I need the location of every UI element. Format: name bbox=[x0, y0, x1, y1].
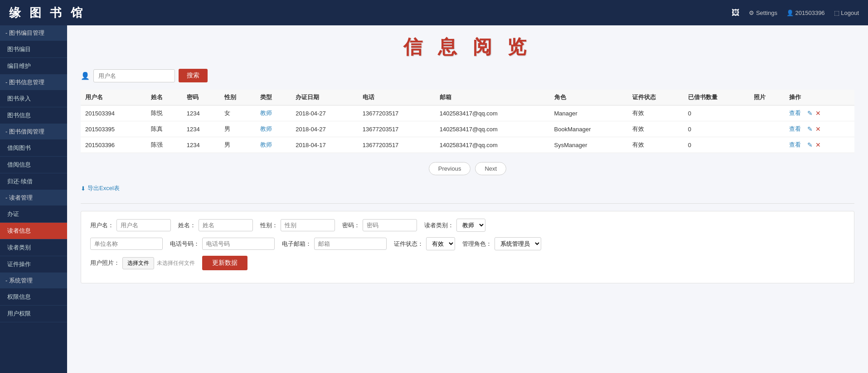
gender-input[interactable] bbox=[281, 219, 335, 231]
sidebar-item-reader-info[interactable]: 读者信息 bbox=[0, 223, 67, 239]
header: 缘 图 书 馆 🖼 ⚙ Settings 👤 201503396 ⬚ Logou… bbox=[0, 0, 868, 25]
logout-icon: ⬚ bbox=[834, 10, 839, 16]
cell-name: 陈强 bbox=[146, 137, 182, 153]
export-excel-link[interactable]: ⬇ 导出Excel表 bbox=[81, 184, 120, 192]
settings-link[interactable]: ⚙ Settings bbox=[749, 10, 777, 16]
reader-type-label: 读者类别： bbox=[424, 221, 454, 230]
sidebar-item-book-info[interactable]: 图书信息 bbox=[0, 107, 67, 124]
previous-button[interactable]: Previous bbox=[429, 162, 471, 175]
reader-type-select[interactable]: 教师 bbox=[456, 219, 485, 232]
users-table: 用户名 姓名 密码 性别 类型 办证日期 电话 邮箱 角色 证件状态 已借书数量… bbox=[81, 90, 854, 153]
cell-gender: 男 bbox=[220, 137, 256, 153]
phone-label: 电话号码： bbox=[170, 240, 199, 248]
manage-role-label: 管理角色： bbox=[462, 240, 492, 248]
sidebar-group-reader-title: - 读者管理 bbox=[0, 190, 67, 206]
sidebar-item-book-entry[interactable]: 图书录入 bbox=[0, 91, 67, 107]
cell-cert-date: 2018-04-27 bbox=[291, 121, 358, 137]
sidebar-item-reader-register[interactable]: 办证 bbox=[0, 206, 67, 223]
cell-password: 1234 bbox=[182, 121, 220, 137]
photo-label: 用户照片： bbox=[90, 259, 120, 267]
cell-cert-status: 有效 bbox=[628, 137, 684, 153]
table-row: 201503396 陈强 1234 男 教师 2018-04-17 136772… bbox=[81, 137, 854, 153]
col-cert-date: 办证日期 bbox=[291, 90, 358, 105]
cert-status-select[interactable]: 有效 bbox=[426, 237, 455, 250]
logo: 缘 图 书 馆 bbox=[9, 5, 85, 21]
update-button[interactable]: 更新数据 bbox=[202, 256, 247, 270]
manage-role-select[interactable]: 系统管理员 bbox=[495, 237, 541, 250]
choose-file-button[interactable]: 选择文件 bbox=[122, 257, 154, 269]
cell-action: 查看 ✎ ✕ bbox=[785, 137, 854, 153]
gear-icon: ⚙ bbox=[749, 10, 754, 16]
sidebar-item-borrow-info[interactable]: 借阅信息 bbox=[0, 157, 67, 173]
username-label: 用户名： bbox=[90, 221, 114, 230]
col-password: 密码 bbox=[182, 90, 220, 105]
divider bbox=[81, 203, 854, 204]
user-search-icon: 👤 bbox=[81, 72, 90, 80]
org-input[interactable] bbox=[90, 238, 163, 250]
sidebar-item-borrow-book[interactable]: 借阅图书 bbox=[0, 140, 67, 157]
form-group-name: 姓名： bbox=[178, 219, 253, 231]
col-email: 邮箱 bbox=[435, 90, 550, 105]
view-link[interactable]: 查看 bbox=[789, 125, 801, 133]
cell-cert-status: 有效 bbox=[628, 105, 684, 121]
search-button[interactable]: 搜索 bbox=[179, 69, 208, 82]
header-user-icon: 🖼 bbox=[732, 8, 740, 18]
cell-username: 201503394 bbox=[81, 105, 146, 121]
col-username: 用户名 bbox=[81, 90, 146, 105]
sidebar-item-cert-op[interactable]: 证件操作 bbox=[0, 256, 67, 273]
username-input[interactable] bbox=[116, 219, 171, 231]
phone-input[interactable] bbox=[202, 238, 275, 250]
delete-icon[interactable]: ✕ bbox=[815, 110, 821, 117]
sidebar-item-return-book[interactable]: 归还·续借 bbox=[0, 173, 67, 190]
download-icon: ⬇ bbox=[81, 185, 86, 192]
cell-borrow-count: 0 bbox=[684, 137, 749, 153]
user-link[interactable]: 👤 201503396 bbox=[786, 10, 825, 16]
file-input-wrap: 选择文件 未选择任何文件 bbox=[122, 257, 195, 269]
cell-gender: 女 bbox=[220, 105, 256, 121]
email-label: 电子邮箱： bbox=[282, 240, 311, 248]
sidebar-item-book-catalog[interactable]: 图书编目 bbox=[0, 41, 67, 58]
logout-link[interactable]: ⬚ Logout bbox=[834, 10, 859, 16]
cell-name: 陈真 bbox=[146, 121, 182, 137]
col-gender: 性别 bbox=[220, 90, 256, 105]
sidebar-item-reader-type[interactable]: 读者类别 bbox=[0, 239, 67, 256]
sidebar-group-system: - 系统管理 权限信息 用户权限 bbox=[0, 273, 67, 322]
cell-phone: 13677203517 bbox=[358, 137, 435, 153]
sidebar-item-catalog-maintain[interactable]: 编目维护 bbox=[0, 58, 67, 75]
cell-borrow-count: 0 bbox=[684, 121, 749, 137]
sidebar-group-borrow-title: - 图书借阅管理 bbox=[0, 124, 67, 140]
form-row-3: 用户照片： 选择文件 未选择任何文件 更新数据 bbox=[90, 256, 845, 270]
email-input[interactable] bbox=[314, 238, 387, 250]
cell-email: 1402583417@qq.com bbox=[435, 121, 550, 137]
sidebar-group-reader: - 读者管理 办证 读者信息 读者类别 证件操作 bbox=[0, 190, 67, 273]
sidebar-item-user-perm[interactable]: 用户权限 bbox=[0, 306, 67, 322]
edit-icon[interactable]: ✎ bbox=[807, 110, 813, 117]
delete-icon[interactable]: ✕ bbox=[815, 141, 821, 148]
cell-email: 1402583417@qq.com bbox=[435, 137, 550, 153]
cell-gender: 男 bbox=[220, 121, 256, 137]
type-link[interactable]: 教师 bbox=[260, 141, 272, 148]
main-content: 信 息 阅 览 👤 搜索 用户名 姓名 密码 性别 类型 办证日期 电话 邮箱 … bbox=[67, 25, 868, 373]
cell-username: 201503396 bbox=[81, 137, 146, 153]
type-link[interactable]: 教师 bbox=[260, 110, 272, 116]
sidebar-group-system-title: - 系统管理 bbox=[0, 273, 67, 289]
next-button[interactable]: Next bbox=[475, 162, 506, 175]
col-name: 姓名 bbox=[146, 90, 182, 105]
delete-icon[interactable]: ✕ bbox=[815, 125, 821, 133]
form-group-photo: 用户照片： 选择文件 未选择任何文件 bbox=[90, 257, 195, 269]
view-link[interactable]: 查看 bbox=[789, 109, 801, 117]
sidebar-item-perm-info[interactable]: 权限信息 bbox=[0, 289, 67, 306]
form-group-phone: 电话号码： bbox=[170, 238, 275, 250]
cell-email: 1402583417@qq.com bbox=[435, 105, 550, 121]
type-link[interactable]: 教师 bbox=[260, 125, 272, 132]
cell-action: 查看 ✎ ✕ bbox=[785, 105, 854, 121]
password-input[interactable] bbox=[363, 219, 417, 231]
edit-icon[interactable]: ✎ bbox=[807, 141, 813, 148]
name-input[interactable] bbox=[199, 219, 253, 231]
table-row: 201503395 陈真 1234 男 教师 2018-04-27 136772… bbox=[81, 121, 854, 137]
view-link[interactable]: 查看 bbox=[789, 141, 801, 149]
cert-status-label: 证件状态： bbox=[394, 240, 423, 248]
edit-icon[interactable]: ✎ bbox=[807, 125, 813, 133]
form-row-1: 用户名： 姓名： 性别： 密码： 读者类别： bbox=[90, 219, 845, 232]
search-input[interactable] bbox=[93, 69, 175, 82]
